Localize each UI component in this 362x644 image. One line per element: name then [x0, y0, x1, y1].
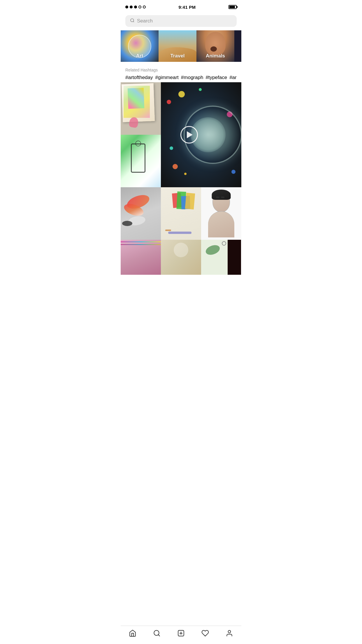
dot-3	[134, 6, 137, 8]
photo-koi[interactable]	[121, 187, 161, 240]
category-art[interactable]: Art	[121, 30, 159, 62]
photo-portrait[interactable]	[201, 187, 241, 240]
hashtag-3[interactable]: #mograph	[181, 75, 203, 80]
photo-partial-2[interactable]	[161, 240, 201, 275]
search-icon	[130, 18, 135, 24]
dot-5	[143, 6, 146, 8]
play-button[interactable]	[180, 126, 198, 144]
search-placeholder-text: Search	[137, 18, 153, 24]
dot-1	[125, 6, 128, 8]
category-travel-label: Travel	[159, 53, 196, 59]
photo-partial-1[interactable]	[121, 240, 161, 275]
search-bar[interactable]: Search	[125, 15, 237, 27]
grid-video-large[interactable]	[161, 82, 241, 187]
svg-point-0	[131, 19, 134, 22]
hashtag-1[interactable]: #artoftheday	[125, 75, 153, 80]
hashtags-section: Related Hashtags #artoftheday #gimmeart …	[121, 64, 241, 82]
category-animals-label: Animals	[196, 53, 234, 59]
status-time: 9:41 PM	[179, 5, 196, 10]
status-bar: 9:41 PM	[121, 0, 241, 13]
battery-icon	[229, 5, 237, 9]
categories-row: Art Travel Animals	[121, 30, 241, 64]
photo-partial-3[interactable]	[201, 240, 228, 275]
grid-row-bottom	[121, 187, 241, 240]
grid-left-col	[121, 82, 161, 187]
hashtags-title: Related Hashtags	[125, 68, 237, 72]
hashtag-4[interactable]: #typeface	[205, 75, 227, 80]
photo-art-top[interactable]	[121, 82, 161, 135]
photo-blocks[interactable]	[161, 187, 201, 240]
dot-2	[130, 6, 133, 8]
grid-row-top	[121, 82, 241, 187]
photo-art-sketch[interactable]	[121, 135, 161, 187]
signal-dots	[125, 6, 146, 8]
category-more[interactable]	[234, 30, 241, 62]
photo-grid	[121, 82, 241, 275]
category-animals[interactable]: Animals	[196, 30, 234, 62]
grid-row-partial	[121, 240, 241, 275]
dot-4	[138, 6, 141, 8]
battery-fill	[229, 6, 235, 8]
search-bar-container: Search	[121, 13, 241, 30]
category-art-label: Art	[121, 53, 159, 59]
hashtag-2[interactable]: #gimmeart	[155, 75, 179, 80]
photo-partial-4[interactable]	[228, 240, 241, 275]
hashtag-5[interactable]: #artis	[229, 75, 237, 80]
hashtags-row: #artoftheday #gimmeart #mograph #typefac…	[125, 75, 237, 80]
category-travel[interactable]: Travel	[159, 30, 196, 62]
